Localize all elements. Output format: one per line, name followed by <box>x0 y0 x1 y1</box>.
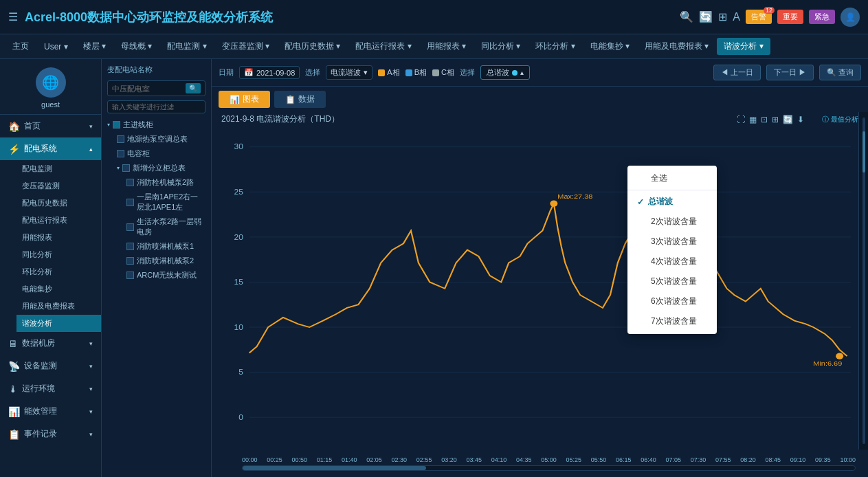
filter-input[interactable] <box>107 100 205 113</box>
alarm-purple-btn[interactable]: 紧急 <box>809 10 835 24</box>
tree-item-fire-pump[interactable]: 消防栓机械泵2路 <box>126 175 205 190</box>
tree-item-arcm[interactable]: ARCM无线末测试 <box>126 268 205 282</box>
nav-item-busbar[interactable]: 母线概 ▾ <box>114 38 159 55</box>
tree-item-water-pump[interactable]: 生活水泵2路一层弱电房 <box>126 214 205 239</box>
sidebar-item-pdm-system[interactable]: ⚡ 配电系统 ▴ <box>0 137 101 160</box>
tree-item-capacitor[interactable]: 电容柜 <box>117 146 205 161</box>
nav-item-harmonic[interactable]: 谐波分析 ▾ <box>717 38 770 55</box>
nav-item-floor[interactable]: 楼层 ▾ <box>76 38 113 55</box>
user-avatar[interactable]: 👤 <box>841 8 860 27</box>
fullscreen-icon-btn[interactable]: ⊞ <box>718 10 727 23</box>
dropdown-item-2nd[interactable]: 2次谐波含量 <box>627 212 717 232</box>
min-point-marker <box>836 353 843 359</box>
search-icon-btn[interactable]: 🔍 <box>680 10 693 23</box>
timeline-scrollbar[interactable] <box>242 465 856 471</box>
query-btn[interactable]: 🔍 查询 <box>819 65 861 80</box>
sidebar-item-home[interactable]: 🏠 首页 ▾ <box>0 115 101 137</box>
tree-item-heat-pump[interactable]: 地源热泵空调总表 <box>117 132 205 146</box>
max-analysis-link[interactable]: ⓘ 最值分析 <box>822 115 858 124</box>
phase-c-check[interactable]: C相 <box>432 67 454 78</box>
timeline-handle[interactable] <box>243 466 426 470</box>
nav-item-home[interactable]: 主页 <box>5 38 36 55</box>
tree-cb[interactable] <box>126 199 134 206</box>
tree-item-sprinkler1[interactable]: 消防喷淋机械泵1 <box>126 239 205 254</box>
phase-b-check[interactable]: B相 <box>405 67 427 78</box>
nav-item-pdm[interactable]: 配电监测 ▾ <box>160 38 213 55</box>
tree-item-ape[interactable]: 一层南1APE2右一层北1APE1左 <box>126 190 205 214</box>
info-icon-btn[interactable]: A <box>733 11 740 23</box>
pdm-submenu: 配电监测 变压器监测 配电历史数据 配电运行报表 用能报表 同比分析 环比分析 … <box>0 160 101 332</box>
tree-cb[interactable] <box>126 179 134 186</box>
tree-cb[interactable] <box>126 271 134 279</box>
sidebar-item-operation-report[interactable]: 配电运行报表 <box>16 212 101 229</box>
chart-icon-3[interactable]: ⊡ <box>761 115 768 124</box>
sidebar-item-datacenter[interactable]: 🖥 数据机房 ▾ <box>0 332 101 355</box>
nav-item-yoy[interactable]: 同比分析 ▾ <box>474 38 527 55</box>
nav-item-fee[interactable]: 用能及电费报表 ▾ <box>638 38 715 55</box>
tree-cb[interactable] <box>126 257 134 265</box>
chart-icon-4[interactable]: ⊞ <box>772 115 779 124</box>
sidebar-item-energy-collect[interactable]: 电能集抄 <box>16 280 101 298</box>
tree-cb[interactable] <box>117 150 124 157</box>
scroll-thumb[interactable] <box>863 131 865 173</box>
tree-cb[interactable] <box>122 164 130 172</box>
wave-type-select[interactable]: 电流谐波 ▾ <box>326 65 372 80</box>
sidebar-item-fee-report[interactable]: 用能及电费报表 <box>16 298 101 315</box>
min-point-label: Min:6.69 <box>813 360 842 367</box>
tree-cb[interactable] <box>117 135 124 143</box>
tree-checkbox[interactable] <box>113 121 120 129</box>
next-day-btn[interactable]: 下一日 ▶ <box>766 65 814 80</box>
date-picker[interactable]: 📅 2021-09-08 <box>239 66 300 79</box>
sidebar-item-mom-analysis[interactable]: 环比分析 <box>16 263 101 280</box>
tree-cb[interactable] <box>126 243 134 250</box>
nav-item-user[interactable]: User ▾ <box>37 39 75 54</box>
tree-item-sprinkler2[interactable]: 消防喷淋机械泵2 <box>126 254 205 268</box>
station-search-input[interactable] <box>112 85 186 93</box>
refresh-icon-btn[interactable]: 🔄 <box>699 10 713 23</box>
dropdown-item-6th[interactable]: 6次谐波含量 <box>627 291 717 311</box>
tree-item-main-cabinet[interactable]: ▾ 主进线柜 <box>107 118 205 132</box>
nav-item-collect[interactable]: 电能集抄 ▾ <box>583 38 636 55</box>
tree-expand-arrow[interactable]: ▾ <box>107 122 110 128</box>
env-arrow: ▾ <box>89 386 93 392</box>
menu-icon[interactable]: ☰ <box>8 10 18 23</box>
chart-scrollbar[interactable] <box>858 112 868 450</box>
phase-a-check[interactable]: A相 <box>378 67 399 78</box>
nav-item-mom[interactable]: 环比分析 ▾ <box>528 38 581 55</box>
dropdown-item-all[interactable]: 全选 <box>627 168 717 188</box>
avatar-image: 🌐 <box>36 67 66 98</box>
tree-cb[interactable] <box>126 223 134 231</box>
nav-item-history[interactable]: 配电历史数据 ▾ <box>278 38 347 55</box>
dropdown-item-7th[interactable]: 7次谐波含量 <box>627 311 717 331</box>
dropdown-item-3rd[interactable]: 3次谐波含量 <box>627 232 717 252</box>
chart-icon-1[interactable]: ⛶ <box>737 115 745 124</box>
chart-icon-2[interactable]: ▦ <box>749 115 757 124</box>
sidebar-item-transformer-monitor[interactable]: 变压器监测 <box>16 177 101 195</box>
nav-item-report[interactable]: 配电运行报表 ▾ <box>348 38 418 55</box>
dropdown-item-total[interactable]: ✓ 总谐波 <box>627 192 717 212</box>
refresh-chart-btn[interactable]: 🔄 <box>783 115 793 124</box>
sidebar-item-device-monitor[interactable]: 📡 设备监测 ▾ <box>0 355 101 377</box>
dropdown-item-4th[interactable]: 4次谐波含量 <box>627 252 717 271</box>
tree-expand-arrow[interactable]: ▾ <box>117 165 120 171</box>
download-chart-btn[interactable]: ⬇ <box>797 115 804 124</box>
sidebar-item-pdm-monitor[interactable]: 配电监测 <box>16 160 101 177</box>
sidebar-item-efficiency[interactable]: 📊 能效管理 ▾ <box>0 400 101 423</box>
nav-item-energy[interactable]: 用能报表 ▾ <box>420 38 473 55</box>
sidebar-item-history-data[interactable]: 配电历史数据 <box>16 195 101 212</box>
tab-chart[interactable]: 📊 图表 <box>219 91 270 108</box>
alarm-red-btn[interactable]: 重要 <box>777 10 803 24</box>
prev-day-btn[interactable]: ◀ 上一日 <box>713 65 761 80</box>
home-icon: 🏠 <box>8 121 20 132</box>
sidebar-item-yoy-analysis[interactable]: 同比分析 <box>16 246 101 263</box>
sidebar-item-energy-report[interactable]: 用能报表 <box>16 229 101 246</box>
station-search-btn[interactable]: 🔍 <box>186 83 201 93</box>
dropdown-item-5th[interactable]: 5次谐波含量 <box>627 271 717 291</box>
tree-item-new-cabinet[interactable]: ▾ 新增分立柜总表 <box>117 161 205 175</box>
sidebar-item-harmonic-analysis[interactable]: 谐波分析 <box>16 315 101 332</box>
sidebar-item-environment[interactable]: 🌡 运行环境 ▾ <box>0 377 101 400</box>
harmonic-type-selector[interactable]: 总谐波 ▴ <box>480 65 530 80</box>
nav-item-transformer[interactable]: 变压器监测 ▾ <box>215 38 276 55</box>
tab-data[interactable]: 📋 数据 <box>274 91 326 108</box>
sidebar-item-events[interactable]: 📋 事件记录 ▾ <box>0 423 101 445</box>
